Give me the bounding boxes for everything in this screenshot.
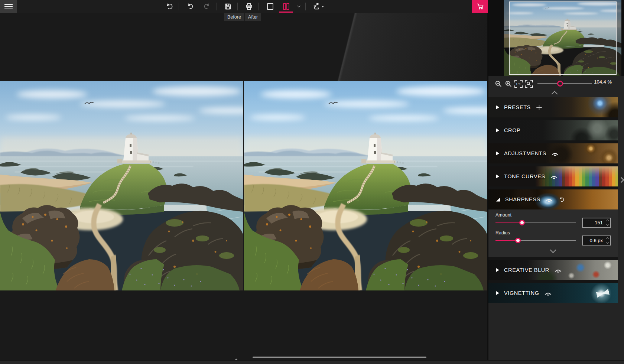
toolbar-separator xyxy=(217,3,217,10)
zoom-in-icon xyxy=(504,80,513,88)
radius-value-box xyxy=(582,235,611,246)
zoom-in-button[interactable] xyxy=(504,79,513,88)
amount-value-box xyxy=(582,218,611,228)
bottom-strip xyxy=(0,360,624,364)
amount-slider-handle[interactable] xyxy=(519,220,525,225)
zoom-fit-icon xyxy=(525,80,533,88)
expander-icon xyxy=(496,291,499,295)
split-view-icon xyxy=(282,3,290,10)
background-decoration xyxy=(208,13,487,81)
amount-slider-track[interactable] xyxy=(495,222,576,223)
reset-icon[interactable] xyxy=(558,196,565,203)
expander-icon xyxy=(496,198,500,202)
visibility-icon[interactable] xyxy=(554,267,562,273)
hamburger-menu-button[interactable] xyxy=(0,0,17,13)
before-image[interactable] xyxy=(0,81,243,290)
redo-button[interactable] xyxy=(200,0,213,13)
shopping-cart-icon xyxy=(476,3,484,10)
after-image[interactable] xyxy=(244,81,487,290)
expander-icon xyxy=(496,268,499,272)
share-caret-icon xyxy=(322,6,324,7)
single-view-button[interactable] xyxy=(264,0,276,13)
split-divider[interactable] xyxy=(243,13,243,360)
plus-icon[interactable] xyxy=(536,104,543,111)
zoom-out-button[interactable] xyxy=(494,79,503,88)
zoom-slider-handle[interactable] xyxy=(557,81,563,87)
radius-slider-track[interactable] xyxy=(495,240,576,241)
navigator-viewport[interactable] xyxy=(509,1,617,75)
toolbar-separator xyxy=(305,3,306,10)
revert-button[interactable] xyxy=(163,0,175,13)
panel-vignetting[interactable]: VIGNETTING xyxy=(488,283,618,303)
toolbar xyxy=(0,0,488,13)
save-button[interactable] xyxy=(221,0,234,13)
amount-slider-fill xyxy=(495,222,522,223)
chevron-down-icon xyxy=(296,4,302,9)
right-sidebar: 1:1 104.4 % PRESETS CROP xyxy=(488,0,624,364)
share-button[interactable] xyxy=(310,0,326,13)
print-icon xyxy=(245,3,253,10)
undo-icon xyxy=(186,3,194,10)
horizontal-scrollbar[interactable] xyxy=(253,357,426,358)
print-button[interactable] xyxy=(243,0,255,13)
panel-label: CREATIVE BLUR xyxy=(504,267,549,273)
toolbar-separator xyxy=(258,3,259,10)
panel-tone-curves[interactable]: TONE CURVES xyxy=(488,166,618,186)
undo-full-icon xyxy=(165,3,173,10)
panel-label: ADJUSTMENTS xyxy=(504,150,546,156)
toolbar-separator xyxy=(179,3,179,10)
redo-icon xyxy=(203,3,211,10)
hamburger-icon xyxy=(4,4,13,5)
panel-label: SHARPNESS xyxy=(505,196,540,202)
navigator-collapse-button[interactable] xyxy=(552,91,558,97)
after-label: After xyxy=(245,13,261,21)
radius-input[interactable] xyxy=(582,235,611,246)
panel-label: CROP xyxy=(504,127,520,133)
zoom-fit-button[interactable] xyxy=(524,79,533,88)
single-view-icon xyxy=(266,3,274,10)
panel-presets[interactable]: PRESETS xyxy=(488,97,618,117)
view-options-button[interactable] xyxy=(294,0,303,13)
expander-icon xyxy=(496,152,499,155)
toolbar-separator xyxy=(237,3,238,10)
undo-button[interactable] xyxy=(184,0,196,13)
visibility-icon[interactable] xyxy=(550,174,558,179)
zoom-percent: 104.4 % xyxy=(588,79,612,85)
visibility-icon[interactable] xyxy=(544,290,552,296)
before-label: Before xyxy=(224,13,244,21)
radius-slider-fill xyxy=(495,240,518,241)
radius-slider-handle[interactable] xyxy=(515,238,521,243)
panel-label: PRESETS xyxy=(504,104,531,110)
save-icon xyxy=(224,3,232,10)
visibility-icon[interactable] xyxy=(551,151,559,156)
amount-label: Amount xyxy=(495,212,511,218)
store-button[interactable] xyxy=(472,0,488,13)
panel-label: VIGNETTING xyxy=(504,290,539,296)
sharpness-more-button[interactable] xyxy=(550,247,556,253)
panel-sharpness[interactable]: SHARPNESS xyxy=(488,189,618,209)
panel-expand-right-button[interactable] xyxy=(618,177,624,183)
expander-icon xyxy=(496,175,499,178)
expander-icon xyxy=(496,129,499,132)
radius-label: Radius xyxy=(495,230,510,235)
share-icon xyxy=(313,3,321,10)
editor-canvas: Before After xyxy=(0,13,487,360)
panel-label: TONE CURVES xyxy=(504,173,545,179)
panel-crop[interactable]: CROP xyxy=(488,120,618,140)
zoom-one-to-one-button[interactable]: 1:1 xyxy=(514,79,523,88)
expander-icon xyxy=(496,105,499,109)
one-to-one-icon: 1:1 xyxy=(514,80,523,88)
visibility-icon[interactable] xyxy=(545,197,553,202)
panel-adjustments[interactable]: ADJUSTMENTS xyxy=(488,143,618,163)
sharpness-controls: Amount Radius xyxy=(488,209,618,257)
split-view-button[interactable] xyxy=(280,0,292,13)
navigator xyxy=(488,0,624,76)
zoom-out-icon xyxy=(494,80,503,88)
amount-input[interactable] xyxy=(582,218,611,228)
tool-panels: PRESETS CROP ADJUSTMENTS xyxy=(488,97,618,303)
panel-creative-blur[interactable]: CREATIVE BLUR xyxy=(488,260,618,280)
active-view-underline xyxy=(279,12,293,13)
zoom-slider-track[interactable] xyxy=(537,83,592,84)
compare-labels: Before After xyxy=(224,13,261,21)
